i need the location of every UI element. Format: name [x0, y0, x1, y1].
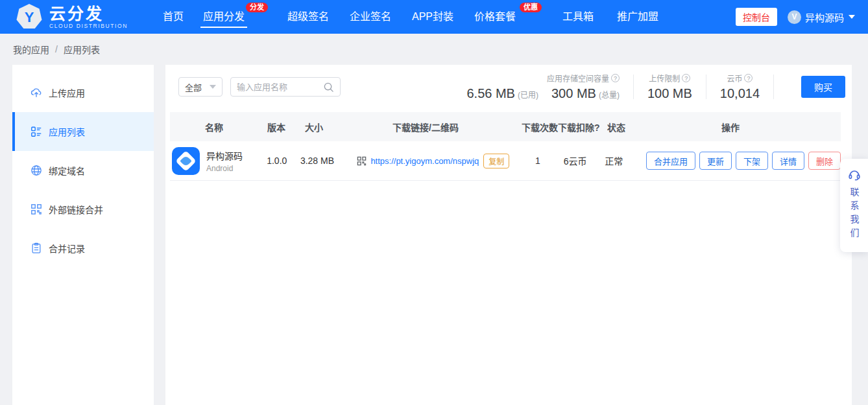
header-download-link: 下载链接/二维码	[358, 121, 522, 133]
download-count: 1	[520, 156, 556, 166]
storage-used-unit: (已用)	[518, 91, 538, 100]
logo: Y 云分发 CLOUD DISTRIBUTION	[16, 3, 128, 30]
filter-select[interactable]: 全部	[178, 77, 223, 97]
contact-us-label: 联系我们	[848, 187, 861, 242]
top-navigation: Y 云分发 CLOUD DISTRIBUTION 首页 应用分发 分发 超级签名…	[0, 0, 868, 34]
update-button[interactable]: 更新	[699, 152, 732, 170]
nav-item-home[interactable]: 首页	[163, 0, 184, 34]
upload-limit-value: 100 MB	[647, 86, 692, 101]
sidebar: 上传应用 应用列表 绑定域名	[12, 65, 154, 405]
app-icon	[172, 147, 200, 175]
nav-item-enterprise-signature[interactable]: 企业签名	[350, 0, 391, 34]
delete-button[interactable]: 删除	[808, 152, 841, 170]
storage-total-value: 300 MB	[551, 86, 596, 100]
nav-item-super-signature[interactable]: 超级签名	[287, 0, 329, 34]
status-badge: 正常	[605, 154, 646, 167]
header-actions: 操作	[649, 121, 841, 133]
divider	[773, 75, 774, 99]
header-version: 版本	[267, 121, 301, 133]
storage-total-unit: (总量)	[599, 91, 620, 100]
headset-icon	[847, 168, 862, 182]
buy-button[interactable]: 购买	[801, 76, 845, 98]
avatar: V	[788, 10, 801, 24]
details-button[interactable]: 详情	[772, 152, 804, 170]
sidebar-item-upload-app[interactable]: 上传应用	[12, 73, 154, 112]
distribution-badge: 分发	[246, 3, 268, 12]
breadcrumb-app-list: 应用列表	[64, 43, 100, 56]
discount-badge: 优惠	[520, 3, 542, 12]
take-down-button[interactable]: 下架	[736, 152, 768, 170]
nav-item-pricing[interactable]: 价格套餐 优惠	[474, 0, 516, 34]
header-status: 状态	[607, 121, 649, 133]
breadcrumb-separator: /	[55, 44, 58, 54]
cloud-coin-stat: 云币 10,014	[720, 73, 760, 101]
nav-item-app-distribution[interactable]: 应用分发 分发	[203, 0, 245, 34]
download-deduction: 6云币	[556, 154, 605, 167]
app-name: 异构源码	[206, 149, 243, 162]
storage-label: 应用存储空间容量	[547, 73, 609, 84]
clipboard-icon	[30, 242, 42, 254]
user-menu[interactable]: V 异构源码	[788, 10, 855, 24]
app-table: 名称 版本 大小 下载链接/二维码 下载次数 下载扣除? 状态 操作 异构源码 …	[170, 112, 841, 181]
globe-icon	[30, 165, 42, 176]
app-platform: Android	[206, 164, 243, 173]
cloud-coin-value: 10,014	[720, 86, 760, 101]
nav-menu: 首页 应用分发 分发 超级签名 企业签名 APP封装 价格套餐 优惠 工具箱 推…	[163, 0, 679, 34]
download-link[interactable]: https://pt.yigoym.com/nspwjq	[370, 156, 479, 166]
console-button[interactable]: 控制台	[736, 8, 777, 26]
sidebar-item-external-link-merge[interactable]: 外部链接合并	[12, 190, 154, 229]
chevron-down-icon	[849, 15, 855, 19]
toolbar: 全部 应用存储空间容量 6.56 MB(已用)	[165, 65, 852, 101]
search-box	[230, 77, 341, 97]
storage-used-value: 6.56 MB	[466, 86, 514, 100]
app-version: 1.0.0	[267, 156, 300, 166]
cloud-coin-help-icon[interactable]	[744, 74, 753, 82]
table-row: 异构源码 Android 1.0.0 3.28 MB https://pt.yi…	[170, 141, 841, 181]
app-list-icon	[30, 126, 42, 137]
upload-limit-help-icon[interactable]	[682, 74, 690, 82]
table-header-row: 名称 版本 大小 下载链接/二维码 下载次数 下载扣除? 状态 操作	[170, 112, 841, 141]
header-deduction: 下载扣除?	[558, 121, 607, 133]
breadcrumb: 我的应用 / 应用列表	[0, 34, 868, 65]
divider	[706, 75, 706, 99]
storage-help-icon[interactable]	[611, 74, 620, 82]
cloud-upload-icon	[30, 87, 42, 98]
nav-item-toolbox[interactable]: 工具箱	[562, 0, 594, 34]
qr-code-icon[interactable]	[357, 156, 367, 166]
qr-merge-icon	[30, 203, 42, 215]
main-panel: 全部 应用存储空间容量 6.56 MB(已用)	[165, 65, 852, 405]
copy-button[interactable]: 复制	[483, 154, 509, 168]
upload-limit-stat: 上传限制 100 MB	[647, 73, 692, 101]
select-caret-icon	[210, 85, 216, 89]
breadcrumb-my-apps[interactable]: 我的应用	[13, 43, 49, 56]
storage-stat: 应用存储空间容量 6.56 MB(已用) 300 MB(总量)	[466, 73, 619, 101]
logo-title: 云分发	[49, 5, 128, 22]
logo-subtitle: CLOUD DISTRIBUTION	[49, 23, 128, 29]
nav-right: 控制台 V 异构源码	[736, 8, 855, 26]
contact-us-widget[interactable]: 联系我们	[840, 159, 868, 252]
header-downloads: 下载次数	[522, 121, 558, 133]
sidebar-item-app-list[interactable]: 应用列表	[12, 112, 154, 151]
svg-text:Y: Y	[25, 9, 34, 25]
header-size: 大小	[301, 121, 358, 133]
merge-app-button[interactable]: 合并应用	[646, 152, 695, 170]
upload-limit-label: 上传限制	[649, 73, 680, 84]
logo-y-icon: Y	[16, 3, 43, 30]
cloud-coin-label: 云币	[727, 73, 742, 84]
user-name: 异构源码	[805, 10, 844, 24]
search-icon[interactable]	[323, 82, 334, 93]
account-stats: 应用存储空间容量 6.56 MB(已用) 300 MB(总量) 上传限制	[466, 73, 845, 101]
app-size: 3.28 MB	[300, 156, 357, 166]
nav-item-promotion[interactable]: 推广加盟	[617, 0, 658, 34]
sidebar-item-merge-records[interactable]: 合并记录	[12, 229, 154, 268]
nav-item-app-packaging[interactable]: APP封装	[412, 0, 453, 34]
divider	[633, 75, 634, 99]
sidebar-item-bind-domain[interactable]: 绑定域名	[12, 151, 154, 190]
header-name: 名称	[170, 121, 267, 133]
search-input[interactable]	[237, 82, 323, 92]
